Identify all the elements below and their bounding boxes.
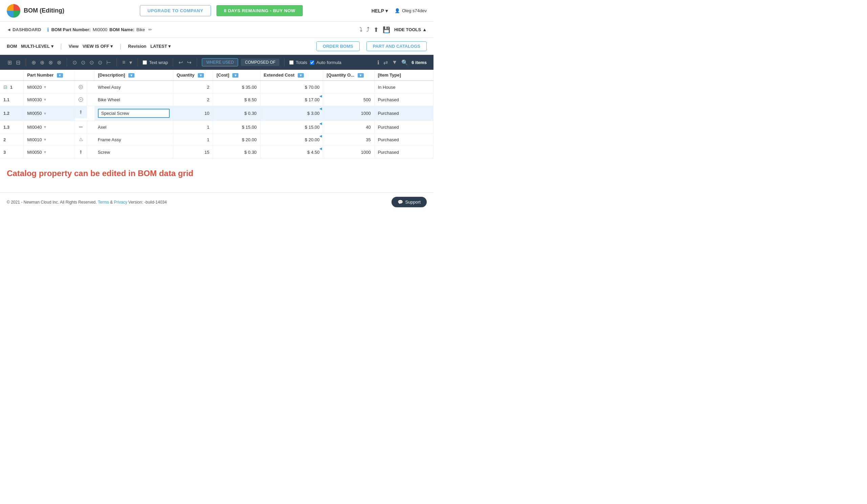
part-dropdown-icon[interactable]: ▼ [43, 85, 47, 89]
move-down-icon[interactable]: ⊙ [81, 59, 85, 66]
undo-icon[interactable]: ↩ [179, 59, 183, 66]
separator2: | [119, 43, 121, 50]
grid-icon2[interactable]: ⊟ [16, 59, 20, 66]
move-up-icon[interactable]: ⊙ [73, 59, 77, 66]
part-dropdown-icon[interactable]: ▼ [43, 150, 47, 154]
grid-icon1[interactable]: ⊞ [8, 59, 12, 66]
part-number-cell[interactable]: MI0010 ▼ [24, 133, 75, 146]
extended-cost-cell: $ 3.00 ◀ [260, 106, 323, 121]
delete-col-icon[interactable]: ⊗ [57, 59, 61, 66]
table-row: 1.2 MI0050 ▼ Special Screw10$ 0.30 $ 3.0… [0, 106, 434, 121]
export-icon[interactable]: ⤴ [366, 26, 370, 33]
qty-on-hand-cell [323, 81, 374, 94]
description-filter-icon[interactable]: ▼ [128, 73, 135, 77]
row-level-cell: 2 [0, 133, 24, 146]
item-type-cell: Purchased [374, 106, 433, 121]
auto-formula-checkbox[interactable]: Auto formula [310, 60, 341, 65]
row-level: 1.2 [3, 111, 10, 116]
extended-cost-filter-icon[interactable]: ▼ [298, 73, 304, 77]
edit-icon[interactable]: ✏ [148, 27, 152, 32]
item-type-cell: Purchased [374, 133, 433, 146]
part-number-value: MI0050 [27, 111, 42, 116]
table-row: ⊟ 1 MI0020 ▼ Wheel Assy2$ 35.00 $ 70.00 … [0, 81, 434, 94]
align-dropdown-icon[interactable]: ▾ [129, 59, 132, 66]
part-number-filter-icon[interactable]: ▼ [57, 73, 63, 77]
qty-on-hand-filter-icon[interactable]: ▼ [358, 73, 364, 77]
part-number-cell[interactable]: MI0050 ▼ [24, 106, 75, 121]
support-icon: 💬 [398, 200, 403, 205]
part-catalogs-button[interactable]: PART AND CATALOGS [366, 41, 427, 51]
info-icon[interactable]: ℹ [377, 59, 379, 66]
hide-tools-button[interactable]: HIDE TOOLS ▲ [394, 27, 427, 32]
description-cell[interactable]: Wheel Assy [95, 81, 173, 94]
view-dropdown[interactable]: View VIEW IS OFF ▾ [69, 44, 113, 49]
part-dropdown-icon[interactable]: ▼ [43, 138, 47, 142]
chevron-down-icon: ▾ [168, 44, 171, 49]
revision-dropdown[interactable]: Revision LATEST ▾ [128, 44, 171, 49]
terms-link[interactable]: Terms [98, 200, 109, 205]
upgrade-button[interactable]: UPGRADE TO COMPANY [140, 5, 211, 16]
cost-cell: $ 35.00 [213, 81, 260, 94]
swap-icon[interactable]: ⇄ [383, 59, 388, 66]
copyright-text: © 2021 - Newman Cloud Inc. All Rights Re… [7, 200, 97, 205]
where-used-button[interactable]: WHERE USED [202, 58, 238, 66]
part-icon-cell [75, 121, 87, 133]
bom-info: ℹ BOM Part Number: MI0000 BOM Name: Bike… [47, 27, 152, 33]
bom-dropdown[interactable]: BOM MULTI-LEVEL ▾ [7, 44, 54, 49]
text-wrap-checkbox[interactable]: Text wrap [142, 60, 168, 65]
description-cell[interactable]: Frame Assy [95, 133, 173, 146]
part-number-cell[interactable]: MI0030 ▼ [24, 94, 75, 106]
row-level: 3 [3, 150, 6, 155]
extended-cost-cell: $ 17.00 ◀ [260, 94, 323, 106]
part-number-value: MI0010 [27, 137, 42, 142]
auto-formula-input[interactable] [310, 60, 314, 65]
move-left-icon[interactable]: ⊙ [89, 59, 94, 66]
privacy-link[interactable]: Privacy [114, 200, 127, 205]
totals-checkbox[interactable]: Totals [289, 60, 307, 65]
import-icon[interactable]: ⤵ [359, 26, 362, 33]
delete-row-icon[interactable]: ⊗ [49, 59, 53, 66]
buy-button[interactable]: 8 DAYS REMAINING - BUY NOW [216, 5, 303, 16]
part-dropdown-icon[interactable]: ▼ [43, 111, 47, 116]
share-icon[interactable]: ⬆ [374, 26, 379, 33]
search-icon[interactable]: 🔍 [401, 59, 408, 66]
part-number-cell[interactable]: MI0020 ▼ [24, 81, 75, 94]
part-dropdown-icon[interactable]: ▼ [43, 98, 47, 101]
user-icon: 👤 [395, 8, 400, 13]
dashboard-button[interactable]: ◄ DASHBOARD [7, 27, 41, 32]
cost-cell: $ 8.50 [213, 94, 260, 106]
description-cell[interactable]: Special Screw [95, 106, 173, 121]
composed-of-button[interactable]: COMPOSED OF [241, 58, 279, 66]
col-quantity: Quantity ▼ [173, 70, 213, 81]
help-button[interactable]: HELP ▾ [372, 8, 388, 13]
part-number-cell[interactable]: MI0040 ▼ [24, 121, 75, 133]
table-row: 3 MI0050 ▼ Screw15$ 0.30 $ 4.50 ◀ 1000Pu… [0, 146, 434, 159]
qty-on-hand-cell: 40 [323, 121, 374, 133]
col-icon [75, 70, 95, 81]
part-number-cell[interactable]: MI0050 ▼ [24, 146, 75, 159]
cost-filter-icon[interactable]: ▼ [232, 73, 238, 77]
qty-on-hand-cell: 1000 [323, 146, 374, 159]
filter-icon[interactable]: ▼ [392, 59, 397, 65]
add-col-icon[interactable]: ⊕ [40, 59, 44, 66]
order-boms-button[interactable]: ORDER BOMS [316, 41, 360, 51]
text-wrap-input[interactable] [142, 60, 147, 65]
save-icon[interactable]: 💾 [383, 26, 390, 33]
add-row-icon[interactable]: ⊕ [32, 59, 36, 66]
support-button[interactable]: 💬 Support [392, 197, 427, 207]
indent-icon[interactable]: ⊢ [106, 59, 111, 66]
description-cell[interactable]: Bike Wheel [95, 94, 173, 106]
expand-icon[interactable]: ⊟ [3, 84, 8, 90]
svg-rect-11 [80, 150, 81, 151]
move-right-icon[interactable]: ⊙ [98, 59, 102, 66]
totals-input[interactable] [289, 60, 293, 65]
back-arrow-icon: ◄ [7, 27, 11, 32]
description-highlighted[interactable]: Special Screw [98, 109, 170, 118]
description-cell[interactable]: Axel [95, 121, 173, 133]
align-icon[interactable]: ≡ [122, 59, 125, 65]
description-cell[interactable]: Screw [95, 146, 173, 159]
part-dropdown-icon[interactable]: ▼ [43, 125, 47, 129]
redo-icon[interactable]: ↪ [187, 59, 191, 66]
part-number-value: MI0050 [27, 150, 42, 155]
quantity-filter-icon[interactable]: ▼ [198, 73, 204, 77]
